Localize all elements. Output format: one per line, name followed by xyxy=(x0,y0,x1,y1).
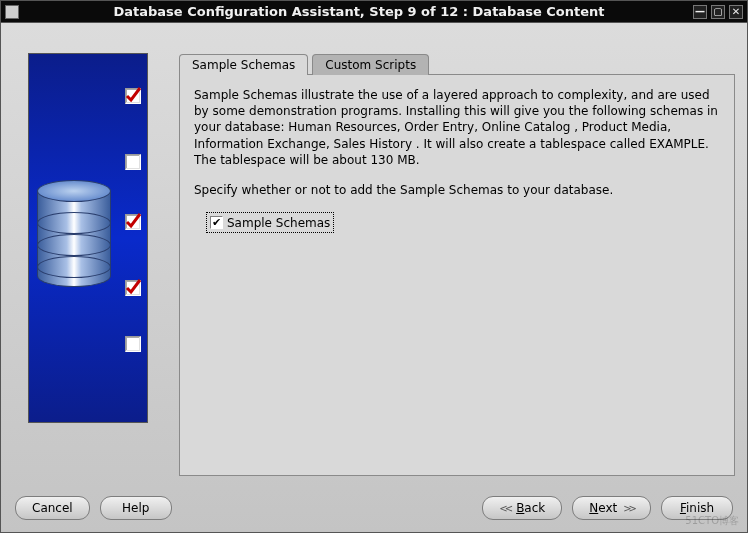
cancel-button[interactable]: Cancel xyxy=(15,496,90,520)
minimize-icon[interactable]: — xyxy=(693,5,707,19)
checkbox-label: Sample Schemas xyxy=(227,215,330,231)
chevron-right-icon: >> xyxy=(623,503,634,514)
description-1: Sample Schemas illustrate the use of a l… xyxy=(194,87,720,168)
sample-schemas-checkbox[interactable]: ✔ Sample Schemas xyxy=(210,215,330,231)
checkbox-icon: ✔ xyxy=(210,216,223,229)
button-row: Cancel Help << Back Next >> Finish xyxy=(1,484,747,532)
main-panel: Sample Schemas Custom Scripts Sample Sch… xyxy=(179,53,735,476)
close-icon[interactable]: ✕ xyxy=(729,5,743,19)
titlebar[interactable]: Database Configuration Assistant, Step 9… xyxy=(1,1,747,23)
next-button[interactable]: Next >> xyxy=(572,496,651,520)
window-title: Database Configuration Assistant, Step 9… xyxy=(25,4,693,19)
wizard-sidebar xyxy=(13,53,163,476)
tab-sample-schemas[interactable]: Sample Schemas xyxy=(179,54,308,75)
window: Database Configuration Assistant, Step 9… xyxy=(0,0,748,533)
progress-step-5 xyxy=(125,336,141,352)
progress-step-2 xyxy=(125,154,141,170)
progress-step-1 xyxy=(125,88,141,104)
back-button[interactable]: << Back xyxy=(482,496,562,520)
maximize-icon[interactable]: ▢ xyxy=(711,5,725,19)
help-button[interactable]: Help xyxy=(100,496,172,520)
app-icon xyxy=(5,5,19,19)
tab-strip: Sample Schemas Custom Scripts xyxy=(179,53,735,74)
tab-custom-scripts[interactable]: Custom Scripts xyxy=(312,54,429,75)
description-2: Specify whether or not to add the Sample… xyxy=(194,182,720,198)
progress-step-4 xyxy=(125,280,141,296)
progress-step-3 xyxy=(125,214,141,230)
chevron-left-icon: << xyxy=(499,503,510,514)
client-area: Sample Schemas Custom Scripts Sample Sch… xyxy=(1,23,747,532)
finish-button[interactable]: Finish xyxy=(661,496,733,520)
tab-content: Sample Schemas illustrate the use of a l… xyxy=(179,74,735,476)
